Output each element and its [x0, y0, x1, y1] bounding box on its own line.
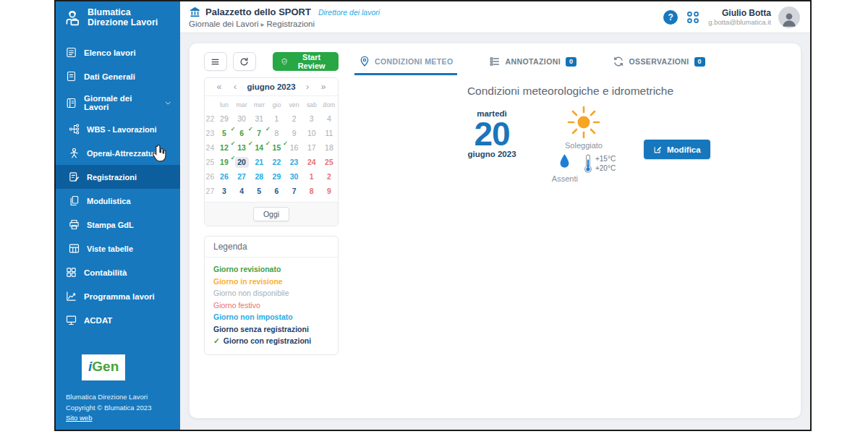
calendar-day[interactable]: 30 — [235, 114, 249, 124]
calendar-day[interactable]: 2 — [287, 114, 301, 124]
refresh-icon — [239, 56, 250, 67]
calendar-day[interactable]: 24 — [305, 157, 318, 168]
temp-min: +15°C — [595, 154, 616, 163]
apps-grid-icon[interactable] — [685, 9, 701, 25]
calendar-day[interactable]: 23 — [287, 157, 301, 168]
calendar-day[interactable]: 22 — [270, 157, 284, 168]
sidebar-item-elenco-lavori[interactable]: Elenco lavori — [56, 41, 180, 64]
sidebar-item-acdat[interactable]: ACDAT — [56, 308, 180, 332]
hierarchy-icon — [68, 123, 80, 135]
sidebar-item-stampa-gdl[interactable]: Stampa GdL — [56, 213, 180, 237]
calendar-day[interactable]: 19✓ — [217, 157, 231, 168]
modifica-button[interactable]: Modifica — [644, 140, 710, 159]
breadcrumb-current: Registrazioni — [267, 20, 315, 28]
tab-condizioni-meteo[interactable]: CONDIZIONI METEO — [354, 54, 457, 75]
calendar-day[interactable]: 14✓ — [252, 142, 266, 153]
calendar-day[interactable]: 20 — [235, 157, 249, 168]
calendar-day[interactable]: 29 — [217, 114, 231, 124]
calendar-prev-month-icon[interactable]: ‹ — [227, 82, 243, 92]
tab-annotazioni[interactable]: ANNOTAZIONI0 — [485, 54, 581, 75]
sidebar-item-contabilita[interactable]: Contabilità — [56, 260, 180, 284]
sidebar-item-viste-tabelle[interactable]: Viste tabelle — [56, 237, 180, 260]
calendar-day[interactable]: 5 — [252, 186, 266, 197]
calendar-day[interactable]: 8 — [270, 128, 284, 139]
forms-icon — [68, 195, 80, 207]
calendar-prev-year-icon[interactable]: « — [211, 82, 227, 92]
tab-label: ANNOTAZIONI — [505, 57, 561, 66]
calendar-day[interactable]: 7 — [287, 186, 301, 197]
week-number: 26 — [205, 169, 216, 184]
calendar-day[interactable]: 8 — [305, 186, 318, 197]
calendar-day[interactable]: 31 — [252, 114, 266, 124]
calendar-day[interactable]: 2 — [322, 171, 336, 182]
calendar-day[interactable]: 29 — [270, 171, 284, 182]
calendar-day[interactable]: 18 — [322, 142, 336, 153]
calendar-day[interactable]: 3 — [217, 186, 231, 197]
calendar-day[interactable]: 1 — [305, 171, 318, 182]
calendar-column: Start Review « ‹ giugno 2023 › » lunmarm… — [204, 52, 339, 408]
breadcrumb-parent[interactable]: Giornale dei Lavori — [189, 20, 259, 28]
igen-logo: iGen — [82, 354, 125, 380]
calendar-day[interactable]: 4 — [235, 186, 249, 197]
calendar-day[interactable]: 10 — [305, 128, 318, 139]
project-role: Direttore dei lavori — [318, 8, 380, 17]
calendar-day[interactable]: 1 — [270, 114, 284, 124]
sidebar-item-programma-lavori[interactable]: Programma lavori — [56, 284, 180, 308]
breadcrumb: Giornale dei Lavori▸Registrazioni — [189, 20, 380, 28]
calendar-day[interactable]: 13✓ — [235, 142, 249, 153]
start-review-button[interactable]: Start Review — [273, 52, 339, 71]
sidebar-item-operai-attrezzature[interactable]: Operai-Attrezzature — [56, 141, 180, 165]
calendar-day-header: mar — [233, 99, 250, 111]
grid-icon — [65, 266, 77, 278]
calendar-day[interactable]: 21 — [252, 157, 266, 168]
calendar-day[interactable]: 9 — [287, 128, 301, 139]
app-logo: BlumaticaDirezione Lavori — [56, 1, 180, 33]
tab-osservazioni[interactable]: OSSERVAZIONI0 — [608, 54, 710, 75]
sidebar-item-registrazioni[interactable]: Registrazioni — [56, 165, 180, 189]
sidebar-item-label: WBS - Lavorazioni — [87, 125, 157, 134]
calendar-day-header: ven — [285, 99, 302, 111]
week-number: 23 — [205, 126, 216, 140]
calendar-day[interactable]: 11 — [322, 128, 336, 139]
calendar-day-header: sab — [303, 99, 320, 111]
calendar-day-header: gio — [268, 99, 285, 111]
legend-item: Giorno festivo — [213, 299, 329, 312]
today-button[interactable]: Oggi — [253, 207, 289, 221]
calendar-day[interactable]: 6✓ — [235, 128, 249, 139]
calendar-day[interactable]: 17 — [305, 142, 318, 153]
raindrop-icon — [558, 153, 571, 171]
sito-web-link[interactable]: Sito web — [66, 414, 92, 422]
sidebar-item-giornale-dei-lavori[interactable]: Giornale dei Lavori — [56, 88, 180, 117]
help-icon[interactable]: ? — [663, 10, 678, 25]
calendar-day[interactable]: 12✓ — [217, 142, 231, 153]
tab-count-badge: 0 — [566, 57, 576, 67]
calendar-day[interactable]: 3 — [305, 114, 318, 124]
calendar-next-year-icon[interactable]: » — [315, 82, 331, 92]
calendar-day[interactable]: 9 — [322, 186, 336, 197]
calendar-next-month-icon[interactable]: › — [299, 82, 315, 92]
sidebar-item-label: ACDAT — [84, 316, 112, 325]
sidebar-item-wbs-lavorazioni[interactable]: WBS - Lavorazioni — [56, 117, 180, 141]
sidebar-item-dati-generali[interactable]: Dati Generali — [56, 64, 180, 88]
app-title: BlumaticaDirezione Lavori — [88, 7, 158, 28]
avatar[interactable] — [778, 7, 800, 28]
weather-condition-label: Soleggiato — [544, 141, 624, 150]
refresh-button[interactable] — [233, 52, 256, 71]
calendar-month-label[interactable]: giugno 2023 — [243, 82, 299, 91]
calendar-day[interactable]: 6 — [270, 186, 284, 197]
calendar-day[interactable]: 30 — [287, 171, 301, 182]
sidebar-item-modulistica[interactable]: Modulistica — [56, 189, 180, 213]
calendar-day[interactable]: 28 — [252, 171, 266, 182]
worker-icon — [68, 147, 80, 159]
calendar-day[interactable]: 16 — [287, 142, 301, 153]
calendar-day[interactable]: 4 — [322, 114, 336, 124]
calendar-day[interactable]: 26 — [217, 171, 231, 182]
calendar-day[interactable]: 5✓ — [217, 128, 231, 139]
calendar-day[interactable]: 27 — [235, 171, 249, 182]
calendar-day[interactable]: 15✓ — [270, 142, 284, 153]
precipitation-label: Assenti — [552, 174, 578, 183]
calendar-day[interactable]: 25 — [322, 157, 336, 168]
register-icon — [68, 171, 80, 183]
calendar-day[interactable]: 7✓ — [252, 128, 266, 139]
menu-button[interactable] — [204, 52, 227, 71]
